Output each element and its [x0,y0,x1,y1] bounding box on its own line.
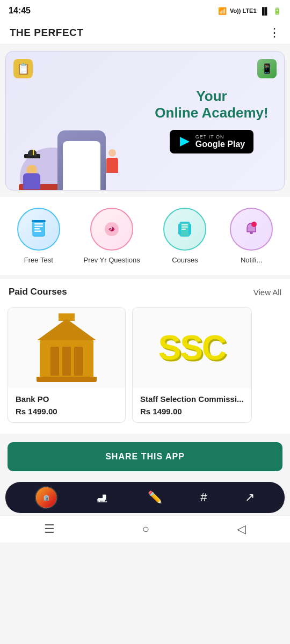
toolbar-edit-icon[interactable]: ✏️ [148,491,162,504]
app-title: THE PERFECT [10,27,83,39]
google-play-button[interactable]: GET IT ON Google Play [170,130,253,153]
prev-yr-label: Prev Yr Questions [84,256,140,264]
toolbar-avatar[interactable]: 🏛️ [35,486,57,509]
share-app-button[interactable]: SHARE THIS APP [8,442,282,471]
status-time: 14:45 [9,6,31,16]
menu-button[interactable]: ⋮ [269,27,280,39]
bank-po-image [8,308,125,388]
quick-actions: Free Test ? Prev Yr Questions Courses [0,197,290,275]
courses-icon-circle [163,208,206,251]
svg-text:?: ? [109,226,113,232]
toolbar-share-icon[interactable]: ↗ [245,491,255,504]
action-notifi[interactable]: Notifi... [230,208,273,264]
nav-bar: ☰ ○ ◁ [0,515,290,543]
svg-rect-14 [189,224,191,235]
ssc-name: Staff Selection Commissi... [140,394,244,404]
ssc-price: Rs 1499.00 [140,407,244,416]
svg-rect-2 [34,226,43,228]
prev-yr-icon-circle: ? [90,208,133,251]
bottom-toolbar: 🏛️ ⛸ ✏️ # ↗ [5,482,285,513]
notifi-label: Notifi... [241,256,262,264]
action-free-test[interactable]: Free Test [17,208,60,264]
top-bar: THE PERFECT ⋮ [0,21,290,45]
wifi-icon: 📶 [218,7,227,15]
course-card-ssc[interactable]: SSC Staff Selection Commissi... Rs 1499.… [132,307,252,423]
action-prev-yr[interactable]: ? Prev Yr Questions [84,208,140,264]
toolbar-hash-icon[interactable]: # [200,491,207,504]
courses-row: Bank PO Rs 1499.00 SSC Staff Selection C… [0,303,290,434]
nav-back-button[interactable]: ◁ [237,522,246,536]
svg-rect-4 [34,231,41,232]
signal-bars-icon: ▐▌ [260,7,270,15]
svg-rect-13 [178,224,181,235]
share-section: SHARE THIS APP [0,434,290,480]
notifi-icon-circle [230,208,273,251]
view-all-button[interactable]: View All [253,288,281,297]
svg-point-16 [251,222,257,227]
banner-title: Your Online Academy! [148,88,276,121]
status-bar: 14:45 📶 Vo)) LTE1 ▐▌ 🔋 [0,0,290,21]
free-test-icon-circle [17,208,60,251]
bank-po-name: Bank PO [16,394,118,404]
svg-rect-3 [34,228,40,230]
corner-phone-icon: 📱 [257,59,277,78]
nav-menu-button[interactable]: ☰ [44,522,55,536]
paid-courses-title: Paid Courses [9,287,67,297]
battery-icon: 🔋 [273,7,281,15]
svg-rect-1 [34,223,43,225]
ssc-logo-text: SSC [158,328,226,368]
course-card-bank-po[interactable]: Bank PO Rs 1499.00 [8,307,126,423]
ssc-image: SSC [133,308,251,388]
action-courses[interactable]: Courses [163,208,206,264]
signal-text: Vo)) LTE1 [230,8,257,14]
status-icons: 📶 Vo)) LTE1 ▐▌ 🔋 [218,7,281,15]
nav-home-button[interactable]: ○ [142,522,149,536]
svg-rect-11 [182,226,188,228]
free-test-label: Free Test [24,256,53,264]
get-it-label: GET IT ON [195,134,245,140]
svg-rect-5 [32,220,46,222]
paid-courses-header: Paid Courses View All [0,279,290,303]
svg-rect-15 [250,232,253,234]
google-play-label: Google Play [195,140,245,149]
svg-rect-10 [182,224,188,225]
corner-clipboard-icon: 📋 [13,59,33,78]
banner: 📋 📱 [5,51,285,191]
bank-po-price: Rs 1499.00 [16,407,118,416]
banner-text: Your Online Academy! GET IT [142,88,276,153]
svg-rect-12 [182,229,186,230]
toolbar-scan-icon[interactable]: ⛸ [96,489,110,506]
courses-label: Courses [172,256,198,264]
